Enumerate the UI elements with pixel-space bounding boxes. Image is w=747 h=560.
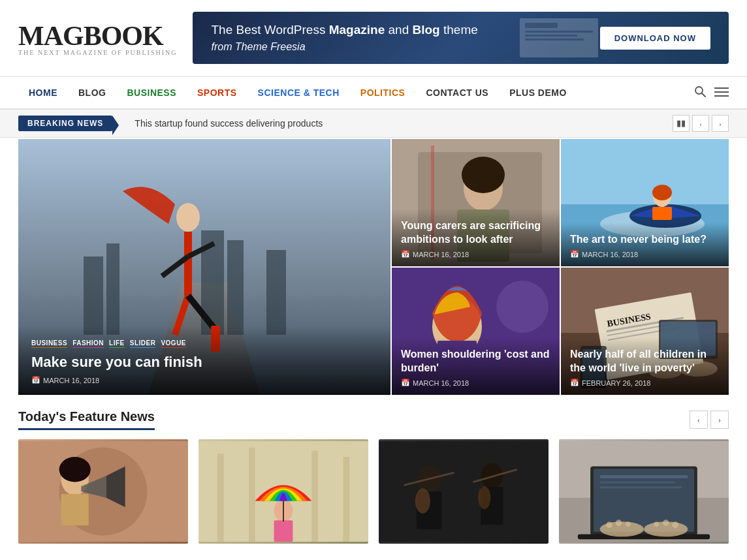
- nav-icons: [693, 85, 729, 101]
- svg-point-94: [663, 520, 669, 526]
- svg-line-6: [702, 93, 705, 97]
- nav-item-blog[interactable]: BLOG: [68, 77, 116, 108]
- main-article-grid: BUSINESS FASHION LIFE SLIDER VOGUE Make …: [0, 139, 747, 395]
- svg-rect-16: [266, 250, 286, 335]
- cat-slider[interactable]: SLIDER: [130, 339, 156, 348]
- next-button[interactable]: ›: [712, 115, 729, 132]
- svg-rect-58: [61, 494, 88, 525]
- svg-rect-36: [652, 207, 672, 220]
- feature-header: Today's Feature News ‹ ›: [18, 409, 729, 430]
- feature-nav: ‹ ›: [690, 411, 729, 429]
- cat-vogue[interactable]: VOGUE: [161, 339, 186, 348]
- svg-rect-65: [311, 450, 318, 542]
- feature-card-violin[interactable]: [379, 439, 548, 544]
- svg-rect-3: [525, 35, 577, 37]
- feature-card-laptop[interactable]: [559, 439, 729, 544]
- feature-next-button[interactable]: ›: [710, 411, 729, 429]
- megaphone-svg: [18, 439, 188, 544]
- download-now-button[interactable]: DOWNLOAD NOW: [600, 27, 710, 50]
- calendar-icon: 📅: [401, 250, 410, 258]
- logo-mag: MAG: [18, 21, 84, 51]
- site-logo[interactable]: MAGBOOK THE NEXT MAGAZINE OF PUBLISHING: [18, 20, 177, 56]
- svg-rect-31: [561, 139, 729, 204]
- svg-point-61: [59, 457, 91, 482]
- feature-cards-grid: [18, 439, 729, 544]
- cat-fashion[interactable]: FASHION: [72, 339, 104, 348]
- feature-prev-button[interactable]: ‹: [690, 411, 708, 429]
- article-women-cost[interactable]: Women shouldering 'cost and burden' 📅 MA…: [392, 268, 560, 395]
- banner-text: The Best WordPress Magazine and Blog the…: [211, 21, 477, 55]
- feature-card-umbrella[interactable]: [199, 439, 368, 544]
- hero-categories: BUSINESS FASHION LIFE SLIDER VOGUE: [31, 339, 377, 348]
- feature-news-section: Today's Feature News ‹ ›: [0, 396, 747, 550]
- children-poverty-title[interactable]: Nearly half of all children in the world…: [570, 348, 720, 375]
- svg-rect-64: [249, 448, 255, 542]
- site-header: MAGBOOK THE NEXT MAGAZINE OF PUBLISHING …: [0, 0, 747, 77]
- nav-item-science[interactable]: SCIENCE & TECH: [247, 77, 350, 108]
- breaking-news-bar: BREAKING NEWS This startup found success…: [0, 110, 747, 138]
- svg-rect-84: [578, 534, 710, 539]
- young-carers-title[interactable]: Young carers are sacrificing ambitions t…: [401, 219, 550, 247]
- main-navigation: HOME BLOG BUSINESS SPORTS SCIENCE & TECH…: [0, 77, 747, 110]
- pause-button[interactable]: ▮▮: [673, 115, 690, 132]
- svg-point-92: [626, 521, 631, 527]
- women-cost-overlay: Women shouldering 'cost and burden' 📅 MA…: [392, 337, 560, 395]
- svg-rect-86: [600, 482, 676, 484]
- women-cost-date: 📅 MARCH 16, 2018: [401, 379, 550, 387]
- children-poverty-overlay: Nearly half of all children in the world…: [561, 337, 729, 395]
- calendar-icon: 📅: [401, 379, 410, 387]
- article-young-carers[interactable]: Young carers are sacrificing ambitions t…: [392, 139, 560, 266]
- calendar-icon: 📅: [31, 376, 40, 384]
- search-icon[interactable]: [693, 85, 707, 101]
- svg-point-39: [496, 281, 548, 333]
- art-late-overlay: The art to never being late? 📅 MARCH 16,…: [561, 223, 729, 266]
- logo-book: BOOK: [84, 21, 163, 51]
- nav-item-home[interactable]: HOME: [18, 77, 68, 108]
- hero-article[interactable]: BUSINESS FASHION LIFE SLIDER VOGUE Make …: [18, 139, 390, 395]
- cat-life[interactable]: LIFE: [109, 339, 125, 348]
- art-late-title[interactable]: The art to never being late?: [570, 233, 720, 247]
- svg-point-91: [616, 520, 622, 526]
- nav-item-plus[interactable]: PLUS DEMO: [499, 77, 577, 108]
- svg-rect-15: [227, 240, 244, 335]
- feature-card-megaphone-image: [18, 439, 188, 544]
- violin-svg: [379, 439, 548, 544]
- nav-item-business[interactable]: BUSINESS: [116, 77, 187, 108]
- umbrella-svg: [199, 439, 368, 544]
- banner-decoration: [507, 15, 611, 61]
- svg-rect-12: [84, 257, 103, 335]
- svg-rect-13: [106, 243, 119, 335]
- article-children-poverty[interactable]: BUSINESS Nearly half of all children in …: [561, 268, 729, 395]
- art-late-date: 📅 MARCH 16, 2018: [570, 250, 720, 258]
- nav-links: HOME BLOG BUSINESS SPORTS SCIENCE & TECH…: [18, 77, 577, 108]
- children-poverty-date: 📅 FEBRUARY 26, 2018: [570, 379, 720, 387]
- svg-rect-68: [274, 520, 293, 542]
- feature-card-umbrella-image: [199, 439, 368, 544]
- nav-item-sports[interactable]: SPORTS: [187, 77, 247, 108]
- hero-overlay: BUSINESS FASHION LIFE SLIDER VOGUE Make …: [18, 326, 390, 395]
- nav-item-contact[interactable]: CONTACT US: [415, 77, 499, 108]
- women-cost-title[interactable]: Women shouldering 'cost and burden': [401, 348, 550, 375]
- svg-point-93: [654, 521, 659, 527]
- calendar-icon: 📅: [570, 250, 579, 258]
- svg-rect-66: [343, 457, 349, 542]
- young-carers-overlay: Young carers are sacrificing ambitions t…: [392, 209, 560, 266]
- prev-button[interactable]: ‹: [692, 115, 709, 132]
- svg-point-29: [462, 157, 505, 193]
- svg-point-90: [606, 521, 612, 528]
- feature-card-megaphone[interactable]: [18, 439, 188, 544]
- svg-rect-87: [600, 486, 682, 488]
- svg-point-37: [652, 185, 672, 200]
- ad-banner: The Best WordPress Magazine and Blog the…: [193, 12, 729, 64]
- nav-item-politics[interactable]: POLITICS: [350, 77, 416, 108]
- hero-title[interactable]: Make sure you can finish: [31, 353, 377, 372]
- logo-title: MAGBOOK: [18, 20, 177, 52]
- svg-point-95: [672, 521, 678, 528]
- breaking-news-badge: BREAKING NEWS: [18, 116, 112, 131]
- menu-icon[interactable]: [714, 86, 729, 101]
- calendar-icon: 📅: [570, 379, 579, 387]
- article-art-late[interactable]: The art to never being late? 📅 MARCH 16,…: [561, 139, 729, 266]
- cat-business[interactable]: BUSINESS: [31, 339, 67, 348]
- laptop-svg: [559, 439, 729, 544]
- breaking-news-controls: ▮▮ ‹ ›: [673, 115, 729, 132]
